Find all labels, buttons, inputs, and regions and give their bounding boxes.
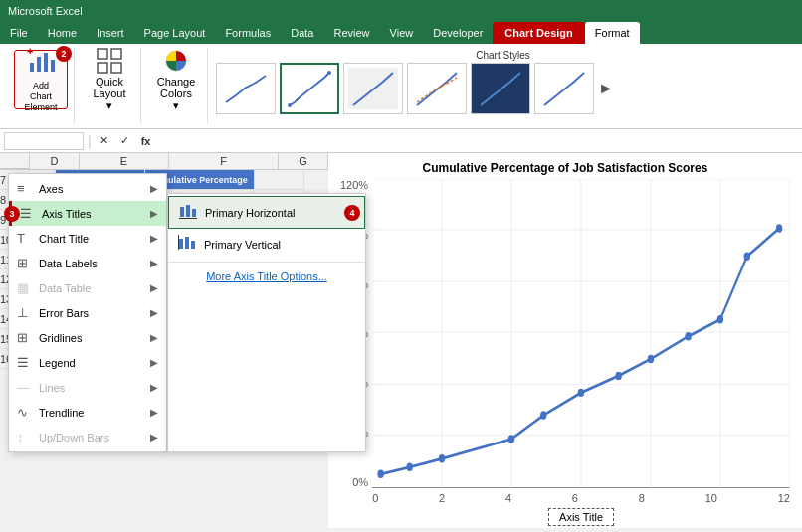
chart-title-icon: T xyxy=(17,231,33,246)
col-headers-wrap: D E F G xyxy=(0,153,328,170)
svg-rect-47 xyxy=(179,239,183,249)
chart-style-1[interactable] xyxy=(216,63,276,114)
svg-rect-8 xyxy=(111,63,121,73)
ribbon-group-add-chart: + Add ChartElement 2 xyxy=(8,48,75,124)
menu-item-axes[interactable]: ≡ Axes ▶ xyxy=(9,176,166,201)
svg-rect-46 xyxy=(179,218,197,219)
svg-point-37 xyxy=(616,372,622,380)
chart-style-3[interactable] xyxy=(343,63,403,114)
menu-item-updown-bars[interactable]: ↕ Up/Down Bars ▶ xyxy=(9,425,166,449)
formula-input[interactable] xyxy=(158,135,798,147)
lines-label: Lines xyxy=(39,382,65,394)
svg-point-12 xyxy=(327,71,331,75)
submenu-primary-vertical[interactable]: Primary Vertical xyxy=(168,229,365,260)
menu-item-axis-titles[interactable]: ☰ Axis Titles ▶ 3 xyxy=(9,201,166,226)
updown-bars-arrow: ▶ xyxy=(150,432,158,443)
axes-label: Axes xyxy=(39,183,63,195)
more-axis-title-options[interactable]: More Axis Title Options... xyxy=(168,265,365,288)
gridlines-label: Gridlines xyxy=(39,332,82,344)
insert-function-button[interactable]: fx xyxy=(137,135,155,147)
tab-formulas[interactable]: Formulas xyxy=(215,22,281,44)
change-colors-icon xyxy=(163,48,189,76)
confirm-formula-button[interactable]: ✓ xyxy=(116,134,133,147)
svg-point-40 xyxy=(717,315,723,323)
change-colors-button[interactable]: ChangeColors ▾ xyxy=(151,50,201,109)
trendline-arrow: ▶ xyxy=(150,407,158,418)
title-bar: Microsoft Excel xyxy=(0,0,802,22)
dropdown-overlay: ≡ Axes ▶ ☰ Axis Titles ▶ 3 T Chart Title… xyxy=(8,173,366,452)
change-colors-label: ChangeColors ▾ xyxy=(157,76,196,112)
svg-rect-7 xyxy=(98,63,107,73)
name-box[interactable] xyxy=(4,132,84,150)
svg-point-31 xyxy=(378,470,384,478)
main-content: D E F G 7 Relative Frequency Cumulative … xyxy=(0,153,802,528)
menu-item-data-table[interactable]: ▦ Data Table ▶ xyxy=(9,275,166,300)
axes-arrow: ▶ xyxy=(150,183,158,194)
menu-item-trendline[interactable]: ∿ Trendline ▶ xyxy=(9,400,166,425)
lines-arrow: ▶ xyxy=(150,382,158,393)
chart-style-6[interactable] xyxy=(534,63,594,114)
add-chart-badge: 2 xyxy=(56,46,72,62)
primary-vertical-icon xyxy=(178,235,196,254)
svg-rect-50 xyxy=(178,235,179,250)
tab-data[interactable]: Data xyxy=(281,22,323,44)
tab-format[interactable]: Format xyxy=(585,22,640,44)
menu-item-gridlines[interactable]: ⊞ Gridlines ▶ xyxy=(9,325,166,350)
tab-review[interactable]: Review xyxy=(323,22,379,44)
menu-item-legend[interactable]: ☰ Legend ▶ xyxy=(9,350,166,375)
data-labels-label: Data Labels xyxy=(39,258,98,269)
submenu-separator xyxy=(168,262,365,263)
menu-item-error-bars[interactable]: ⊥ Error Bars ▶ xyxy=(9,300,166,325)
primary-horizontal-badge: 4 xyxy=(344,205,360,221)
chart-styles-area: Chart Styles ► xyxy=(212,48,794,124)
chart-style-5[interactable] xyxy=(471,63,530,114)
col-header-f[interactable]: F xyxy=(169,153,279,169)
data-table-label: Data Table xyxy=(39,282,91,294)
updown-bars-label: Up/Down Bars xyxy=(39,432,109,443)
svg-point-35 xyxy=(540,411,546,419)
menu-item-chart-title[interactable]: T Chart Title ▶ xyxy=(9,226,166,251)
nav-arrow-right[interactable]: ► xyxy=(598,80,614,97)
tab-chartdesign[interactable]: Chart Design xyxy=(493,22,584,44)
trendline-icon: ∿ xyxy=(17,405,33,420)
ribbon: + Add ChartElement 2 QuickLayout ▾ Chang… xyxy=(0,44,802,129)
add-chart-icon: + xyxy=(27,47,55,81)
svg-text:+: + xyxy=(27,47,33,57)
col-header-d[interactable]: D xyxy=(30,153,80,169)
ribbon-group-quick-layout: QuickLayout ▾ xyxy=(79,48,141,124)
ribbon-tabs: File Home Insert Page Layout Formulas Da… xyxy=(0,22,802,44)
chart-styles-row: ► xyxy=(216,63,790,114)
cancel-formula-button[interactable]: ✕ xyxy=(96,134,112,147)
tab-insert[interactable]: Insert xyxy=(87,22,134,44)
tab-pagelayout[interactable]: Page Layout xyxy=(134,22,216,44)
chart-title-label: Chart Title xyxy=(39,233,89,245)
col-header-e[interactable]: E xyxy=(80,153,169,169)
menu-item-data-labels[interactable]: ⊞ Data Labels ▶ xyxy=(9,251,166,275)
chart-style-2[interactable] xyxy=(280,63,339,114)
submenu-primary-horizontal[interactable]: Primary Horizontal 4 xyxy=(168,196,365,229)
row-num-spacer xyxy=(0,153,30,169)
col-header-g[interactable]: G xyxy=(279,153,328,169)
chart-style-4[interactable] xyxy=(407,63,467,114)
primary-vertical-label: Primary Vertical xyxy=(204,239,281,251)
x-axis-labels: 0 2 4 6 8 10 12 xyxy=(372,492,790,504)
legend-label: Legend xyxy=(39,357,76,369)
tab-home[interactable]: Home xyxy=(38,22,87,44)
svg-rect-3 xyxy=(51,60,55,72)
tab-developer[interactable]: Developer xyxy=(423,22,493,44)
tab-view[interactable]: View xyxy=(380,22,424,44)
gridlines-arrow: ▶ xyxy=(150,332,158,343)
gridlines-icon: ⊞ xyxy=(17,330,33,345)
quick-layout-label: QuickLayout ▾ xyxy=(92,76,127,112)
primary-horizontal-icon xyxy=(179,203,197,222)
data-labels-arrow: ▶ xyxy=(150,258,158,268)
updown-bars-icon: ↕ xyxy=(17,430,33,444)
tab-file[interactable]: File xyxy=(0,22,38,44)
axis-titles-icon: ☰ xyxy=(20,206,36,221)
ribbon-group-change-colors: ChangeColors ▾ xyxy=(145,48,208,124)
svg-rect-1 xyxy=(37,57,41,72)
svg-point-34 xyxy=(508,435,514,443)
quick-layout-button[interactable]: QuickLayout ▾ xyxy=(85,50,134,109)
axis-title-box[interactable]: Axis Title xyxy=(548,508,614,526)
menu-item-lines[interactable]: — Lines ▶ xyxy=(9,375,166,400)
